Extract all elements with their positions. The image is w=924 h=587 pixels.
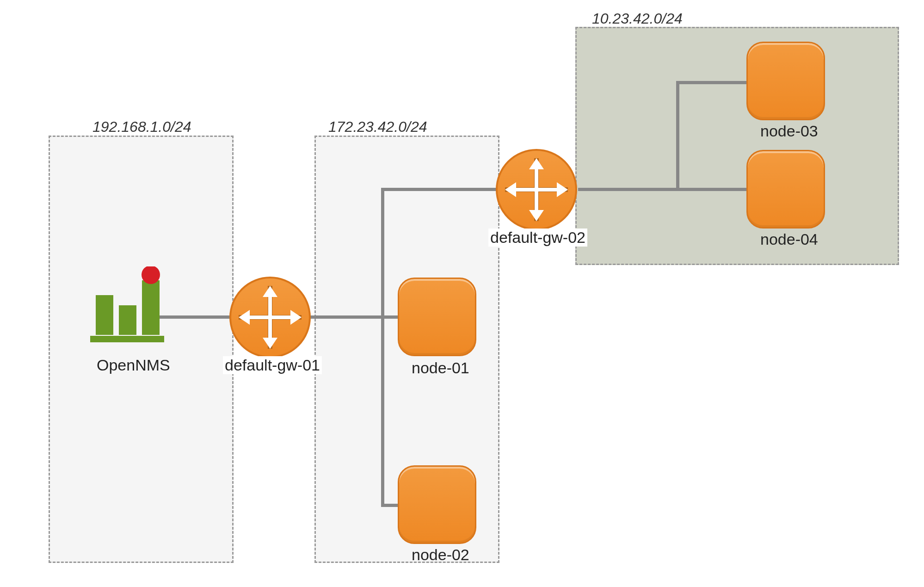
node-02-label: node-02 [410, 546, 471, 564]
node-box-04 [746, 150, 825, 229]
node-box-01 [398, 278, 476, 356]
link-gw1-bus-h [310, 315, 384, 319]
opennms-icon [86, 266, 169, 345]
gw2-label: default-gw-02 [488, 229, 587, 247]
gw1-label: default-gw-01 [223, 356, 322, 374]
subnet-box-1 [49, 136, 234, 563]
diagram-canvas: 192.168.1.0/24 172.23.42.0/24 10.23.42.0… [0, 0, 924, 587]
node-box-02 [398, 465, 476, 544]
node-box-03 [746, 42, 825, 120]
subnet-box-3 [575, 27, 899, 265]
subnet-label-2: 172.23.42.0/24 [328, 118, 427, 136]
subnet-label-1: 192.168.1.0/24 [92, 118, 191, 136]
svg-rect-1 [96, 295, 113, 335]
router-icon-gw1 [228, 276, 312, 359]
link-bus-vert [381, 188, 384, 507]
link-gw2-right [578, 188, 763, 191]
svg-rect-3 [142, 280, 160, 335]
node-01-label: node-01 [410, 359, 471, 377]
router-icon-gw2 [495, 148, 578, 231]
subnet-label-3: 10.23.42.0/24 [592, 10, 683, 27]
svg-rect-2 [119, 305, 136, 335]
node-04-label: node-04 [758, 230, 820, 248]
link-right-vert [676, 81, 679, 191]
node-03-label: node-03 [758, 122, 820, 140]
opennms-label: OpenNMS [95, 356, 172, 374]
svg-rect-0 [90, 336, 164, 342]
